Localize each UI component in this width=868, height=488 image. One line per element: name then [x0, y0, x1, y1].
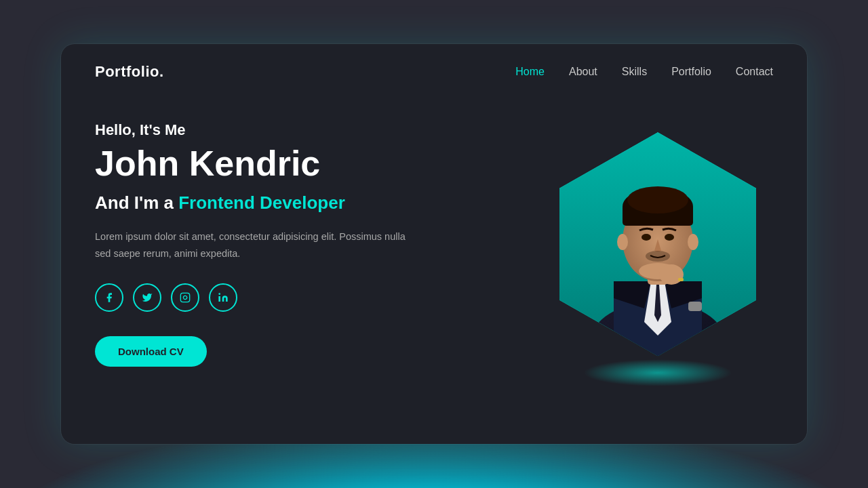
svg-point-18: [617, 234, 628, 250]
hero-section: Hello, It's Me John Kendric And I'm a Fr…: [61, 94, 807, 401]
nav-item-about[interactable]: About: [569, 66, 597, 78]
logo: Portfolio.: [95, 63, 164, 81]
svg-point-3: [218, 293, 220, 296]
nav-item-portfolio[interactable]: Portfolio: [671, 66, 711, 78]
instagram-icon: [180, 292, 191, 303]
nav-links: Home About Skills Portfolio Contact: [515, 66, 773, 78]
svg-rect-2: [218, 296, 220, 302]
navbar: Portfolio. Home About Skills Portfolio C…: [61, 44, 807, 94]
svg-point-17: [646, 251, 670, 262]
svg-point-19: [688, 234, 698, 250]
nav-link-contact[interactable]: Contact: [736, 66, 773, 77]
person-silhouette: [559, 132, 756, 356]
nav-link-skills[interactable]: Skills: [622, 66, 647, 77]
nav-item-home[interactable]: Home: [515, 66, 545, 78]
linkedin-icon: [218, 292, 229, 303]
hero-right: [542, 122, 773, 366]
hex-glow: [583, 359, 732, 386]
svg-rect-23: [688, 302, 702, 311]
nav-link-about[interactable]: About: [569, 66, 597, 77]
role-highlight: Frontend Developer: [178, 192, 345, 213]
nav-link-portfolio[interactable]: Portfolio: [671, 66, 711, 77]
linkedin-button[interactable]: [209, 283, 237, 312]
hero-name: John Kendric: [95, 144, 448, 183]
hero-description: Lorem ipsum dolor sit amet, consectetur …: [95, 228, 407, 262]
nav-link-home[interactable]: Home: [515, 66, 545, 77]
portfolio-card: Portfolio. Home About Skills Portfolio C…: [61, 44, 807, 444]
svg-point-15: [642, 234, 651, 241]
svg-rect-0: [180, 293, 189, 302]
svg-point-21: [659, 264, 684, 285]
nav-item-contact[interactable]: Contact: [736, 66, 773, 78]
social-links: [95, 283, 448, 312]
hero-hexagon: [559, 132, 756, 356]
hex-container: [549, 122, 766, 366]
svg-point-14: [627, 186, 688, 214]
twitter-button[interactable]: [133, 283, 161, 312]
person-image: [559, 132, 756, 356]
instagram-button[interactable]: [171, 283, 199, 312]
svg-rect-22: [678, 278, 684, 281]
facebook-button[interactable]: [95, 283, 123, 312]
hero-left: Hello, It's Me John Kendric And I'm a Fr…: [95, 121, 448, 367]
facebook-icon: [104, 292, 115, 303]
hero-role: And I'm a Frontend Developer: [95, 192, 448, 214]
download-cv-button[interactable]: Download CV: [95, 336, 207, 367]
role-prefix: And I'm a: [95, 192, 178, 213]
svg-point-16: [665, 234, 674, 241]
twitter-icon: [142, 292, 153, 303]
greeting-text: Hello, It's Me: [95, 121, 448, 139]
nav-item-skills[interactable]: Skills: [622, 66, 647, 78]
